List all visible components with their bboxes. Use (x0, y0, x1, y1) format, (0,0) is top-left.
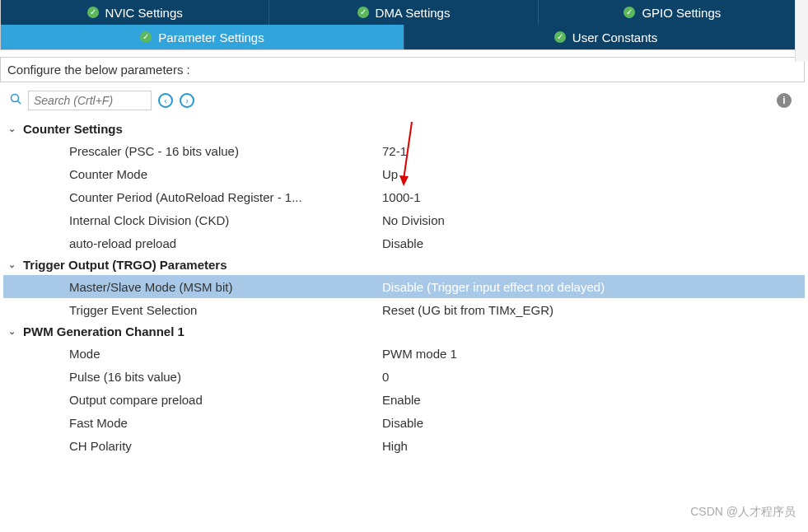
chevron-down-icon: ⌄ (8, 326, 20, 337)
param-label: Mode (69, 347, 382, 361)
tab-label: NVIC Settings (105, 6, 183, 20)
param-value: Reset (UG bit from TIMx_EGR) (382, 303, 805, 317)
search-icon (10, 93, 21, 108)
group-title: Trigger Output (TRGO) Parameters (23, 258, 227, 272)
tab-nvic-settings[interactable]: ✓ NVIC Settings (1, 0, 269, 25)
param-label: Pulse (16 bits value) (69, 370, 382, 384)
chevron-down-icon: ⌄ (8, 124, 20, 134)
parameter-content: ⌄ Counter Settings Prescaler (PSC - 16 b… (0, 114, 808, 462)
param-value: Disable (382, 416, 805, 430)
param-row-clock-division[interactable]: Internal Clock Division (CKD) No Divisio… (3, 208, 805, 231)
param-row-counter-mode[interactable]: Counter Mode Up (3, 162, 805, 185)
param-value: High (382, 439, 805, 453)
search-bar: ‹ › i (3, 87, 805, 114)
right-pane (795, 0, 808, 62)
search-prev-button[interactable]: ‹ (158, 93, 173, 108)
info-icon[interactable]: i (777, 93, 792, 108)
param-value: Enable (382, 393, 805, 407)
param-value: 0 (382, 370, 805, 384)
param-row-prescaler[interactable]: Prescaler (PSC - 16 bits value) 72-1 (3, 139, 805, 162)
param-row-fast-mode[interactable]: Fast Mode Disable (3, 411, 805, 434)
group-title: PWM Generation Channel 1 (23, 324, 184, 338)
param-row-counter-period[interactable]: Counter Period (AutoReload Register - 1.… (3, 185, 805, 208)
param-value: No Division (382, 213, 805, 227)
tab-row-top: ✓ NVIC Settings ✓ DMA Settings ✓ GPIO Se… (1, 0, 807, 25)
param-value: Up (382, 167, 805, 181)
group-counter-settings[interactable]: ⌄ Counter Settings (3, 119, 805, 139)
param-label: Fast Mode (69, 416, 382, 430)
group-trigger-output[interactable]: ⌄ Trigger Output (TRGO) Parameters (3, 254, 805, 275)
param-row-output-compare-preload[interactable]: Output compare preload Enable (3, 388, 805, 411)
config-header: Configure the below parameters : (0, 57, 805, 82)
param-label: Internal Clock Division (CKD) (69, 213, 382, 227)
tab-container: ✓ NVIC Settings ✓ DMA Settings ✓ GPIO Se… (0, 0, 808, 50)
param-label: Prescaler (PSC - 16 bits value) (69, 144, 382, 158)
tab-label: DMA Settings (376, 6, 451, 20)
chevron-down-icon: ⌄ (8, 259, 20, 270)
param-row-master-slave-mode[interactable]: Master/Slave Mode (MSM bit) Disable (Tri… (3, 275, 805, 298)
group-title: Counter Settings (23, 122, 123, 136)
param-label: Trigger Event Selection (69, 303, 382, 317)
tab-gpio-settings[interactable]: ✓ GPIO Settings (539, 0, 807, 25)
param-value: Disable (Trigger input effect not delaye… (382, 280, 805, 294)
group-pwm-generation[interactable]: ⌄ PWM Generation Channel 1 (3, 321, 805, 342)
param-label: Output compare preload (69, 393, 382, 407)
check-icon: ✓ (87, 7, 99, 18)
svg-line-1 (18, 101, 21, 105)
param-value: 1000-1 (382, 190, 805, 204)
param-label: CH Polarity (69, 439, 382, 453)
tab-label: GPIO Settings (642, 6, 721, 20)
param-value: 72-1 (382, 144, 805, 158)
param-value: Disable (382, 236, 805, 250)
check-icon: ✓ (357, 7, 369, 18)
watermark: CSDN @人才程序员 (690, 505, 796, 520)
tab-user-constants[interactable]: ✓ User Constants (404, 25, 807, 49)
tab-label: Parameter Settings (158, 30, 264, 44)
param-label: Master/Slave Mode (MSM bit) (69, 280, 382, 294)
tab-dma-settings[interactable]: ✓ DMA Settings (269, 0, 538, 25)
param-row-pwm-mode[interactable]: Mode PWM mode 1 (3, 342, 805, 365)
tab-row-bottom: ✓ Parameter Settings ✓ User Constants (1, 25, 807, 49)
param-label: Counter Period (AutoReload Register - 1.… (69, 190, 382, 204)
svg-point-0 (12, 95, 19, 102)
check-icon: ✓ (624, 7, 635, 18)
param-value: PWM mode 1 (382, 347, 805, 361)
param-row-pulse[interactable]: Pulse (16 bits value) 0 (3, 365, 805, 388)
search-input[interactable] (28, 91, 152, 110)
param-label: auto-reload preload (69, 236, 382, 250)
tab-parameter-settings[interactable]: ✓ Parameter Settings (1, 25, 404, 49)
param-row-auto-reload[interactable]: auto-reload preload Disable (3, 231, 805, 254)
check-icon: ✓ (140, 31, 152, 43)
param-row-trigger-event-selection[interactable]: Trigger Event Selection Reset (UG bit fr… (3, 298, 805, 321)
search-next-button[interactable]: › (180, 93, 194, 108)
param-row-ch-polarity[interactable]: CH Polarity High (3, 434, 805, 457)
check-icon: ✓ (554, 31, 566, 43)
tab-label: User Constants (572, 30, 657, 44)
param-label: Counter Mode (69, 167, 382, 181)
